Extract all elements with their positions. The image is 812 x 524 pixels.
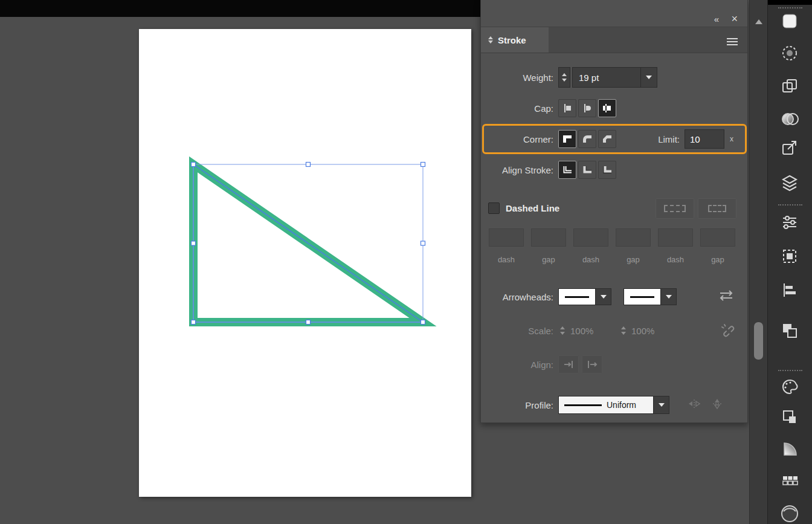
arrow-to-bar-icon [562,359,575,370]
gradient-swatch-icon [780,11,799,31]
scroll-up-arrow[interactable] [755,19,762,24]
arrowhead-none-preview [630,296,654,298]
flip-across-icon [712,398,723,410]
properties-panel-button[interactable] [780,213,799,232]
align-row: Align: [481,355,605,374]
gradient-panel-button[interactable] [780,439,799,458]
projecting-cap-button[interactable] [598,99,616,117]
miter-join-button[interactable] [558,130,576,148]
weight-value: 19 pt [573,73,640,83]
selection-handle[interactable] [192,163,196,167]
selection-handle[interactable] [192,241,196,245]
gap-label: gap [531,255,566,264]
copy-squares-panel-button[interactable] [780,76,799,95]
arrowheads-label: Arrowheads: [481,292,553,302]
gap-field [616,228,651,247]
chevron-down-icon[interactable] [640,68,657,87]
dashed-circle-icon [780,44,799,63]
selection-handle[interactable] [306,163,311,167]
bevel-join-button[interactable] [598,130,616,148]
butt-cap-button[interactable] [558,99,576,117]
close-panel-button[interactable]: × [731,13,738,24]
extend-arrow-beyond-button [558,355,579,374]
align-bars-icon [780,280,799,300]
cap-row: Cap: [481,99,618,118]
round-join-icon [582,134,593,144]
dock-top-bar [768,0,812,5]
sphere-icon [780,503,799,522]
dash-gap-fields [489,228,743,247]
pathfinder-panel-button[interactable] [780,321,799,340]
color-panel-button[interactable] [780,377,799,396]
miter-join-icon [562,134,573,144]
align-panel-button[interactable] [780,280,799,300]
preserve-dash-button [656,198,694,219]
align-stroke-inside-button[interactable] [578,161,596,179]
collapse-panel-button[interactable]: « [714,15,718,24]
flip-along-icon [688,399,701,409]
scale-label: Scale: [481,326,553,336]
profile-select[interactable]: Uniform [558,396,654,414]
dash-label: dash [658,255,693,264]
chevron-down-icon[interactable] [654,396,669,414]
export-panel-button[interactable] [780,138,799,158]
round-cap-button[interactable] [578,99,596,117]
selection-handle[interactable] [306,320,311,325]
align-stroke-outside-icon [602,165,613,175]
selection-handle[interactable] [421,241,425,245]
chevron-down-icon[interactable] [661,288,677,305]
round-join-button[interactable] [578,130,596,148]
artboards-panel-button[interactable] [780,247,799,266]
miter-limit-label: Limit: [622,134,680,144]
dock-gripper[interactable] [778,204,802,205]
dock-gripper[interactable] [778,7,802,8]
scale-end-stepper [619,326,628,335]
align-dash-button [698,198,736,219]
dashed-line-checkbox[interactable] [488,202,500,214]
scrollbar-thumb[interactable] [754,322,763,360]
transparency-panel-button[interactable] [780,109,799,129]
stepper-down-icon[interactable] [562,79,567,82]
3d-panel-button[interactable] [780,503,799,522]
projecting-cap-icon [602,103,613,113]
symbols-panel-button[interactable] [780,407,799,427]
arrowhead-start-select[interactable] [558,288,596,305]
panel-tab-strip: Stroke [481,27,747,53]
selection-handle[interactable] [192,320,196,325]
arrowhead-end-select[interactable] [624,288,661,305]
align-stroke-row: Align Stroke: [481,160,618,180]
stepper-up-icon[interactable] [562,73,567,76]
weight-stepper[interactable] [558,67,570,88]
gap-field [531,228,566,247]
panel-menu-icon[interactable] [727,36,738,47]
dashed-circle-panel-button[interactable] [780,44,799,63]
align-stroke-center-button[interactable] [558,161,576,179]
chevron-down-icon[interactable] [596,288,611,305]
bevel-join-icon [602,134,613,144]
uniform-profile-preview [564,404,602,406]
align-label: Align: [481,360,553,370]
round-cap-icon [582,103,593,113]
shape-path-outline [193,164,423,322]
miter-limit-input[interactable] [685,129,724,149]
weight-select[interactable]: 19 pt [572,67,657,88]
selection-handle[interactable] [421,163,425,167]
scale-start-value: 100% [570,326,598,336]
tab-stroke[interactable]: Stroke [481,27,549,53]
panel-cycle-icon [488,36,493,44]
dash-preset-icon [708,205,726,212]
dock-gripper[interactable] [778,370,802,371]
layers-panel-button[interactable] [780,173,799,193]
dock-scrollbar-track[interactable] [749,0,767,524]
swatches-panel-button[interactable] [780,471,799,490]
align-stroke-outside-button[interactable] [598,161,616,179]
flip-along-button [688,399,701,411]
dash-label: dash [573,255,608,264]
selection-handle[interactable] [421,320,425,325]
profile-row: Profile: Uniform [481,395,723,415]
scale-start-stepper [558,326,567,335]
swap-arrowheads-button[interactable] [718,289,734,304]
gradient-swatch-panel-button[interactable] [780,11,799,31]
weight-label: Weight: [481,73,553,83]
layers-icon [780,173,799,193]
